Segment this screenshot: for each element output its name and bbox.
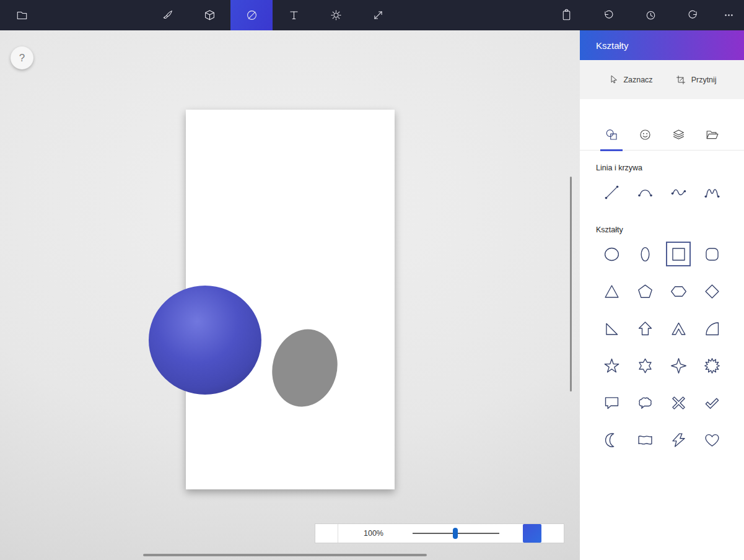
thought-bubble-icon [636, 394, 654, 412]
cursor-icon [607, 74, 618, 85]
shape-star-burst[interactable] [699, 353, 724, 378]
lightning-icon [670, 431, 688, 449]
diamond-icon [703, 282, 721, 300]
horizontal-scrollbar[interactable] [143, 554, 427, 556]
stickers-tab[interactable] [628, 118, 662, 151]
panel-title: Kształty [596, 40, 629, 51]
shapes-icon [245, 9, 258, 22]
3d-shapes-tool-button[interactable] [188, 0, 230, 30]
undo-icon [602, 9, 615, 22]
canvas-tool-button[interactable] [357, 0, 399, 30]
chevron-up-icon [670, 320, 688, 338]
shape-wave[interactable] [666, 180, 691, 204]
folder-icon [15, 9, 28, 22]
paste-tool-button[interactable] [545, 0, 587, 30]
shape-double-wave[interactable] [699, 180, 724, 204]
star-burst-icon [703, 357, 721, 375]
shape-pentagon[interactable] [632, 279, 657, 304]
shape-banner[interactable] [632, 427, 657, 452]
panel-header: Kształty [580, 30, 744, 60]
browse-tab[interactable] [695, 118, 729, 151]
shape-arrow-up[interactable] [632, 316, 657, 341]
vertical-scrollbar[interactable] [570, 177, 572, 392]
speech-bubble-icon [603, 394, 621, 412]
2d-shapes-tool-button[interactable] [230, 0, 273, 30]
paint3d-app: ? 100% K [0, 0, 744, 560]
shape-cross[interactable] [666, 390, 691, 415]
shape-curve[interactable] [632, 180, 657, 204]
text-tool-button[interactable] [273, 0, 315, 30]
panel-body: Linia i krzywa Kształty [580, 164, 744, 452]
arrow-up-icon [636, 320, 654, 338]
shape-rounded-square[interactable] [699, 242, 724, 266]
star-6-icon [636, 357, 654, 375]
topbar-right-tools [545, 0, 744, 30]
shape-triangle[interactable] [599, 279, 624, 304]
cross-icon [670, 394, 688, 412]
redo-tool-button[interactable] [672, 0, 714, 30]
textures-tab[interactable] [662, 118, 695, 151]
fit-to-view-button[interactable] [315, 524, 338, 543]
tab-textures-icon [672, 128, 686, 142]
canvas-workspace: ? 100% [0, 30, 580, 560]
shape-right-triangle[interactable] [599, 316, 624, 341]
shape-heart[interactable] [699, 427, 724, 452]
shape-hexagon[interactable] [666, 279, 691, 304]
brushes-tool-button[interactable] [146, 0, 188, 30]
brush-icon [161, 9, 174, 22]
history-icon [644, 9, 657, 22]
draw-mode-button[interactable] [523, 524, 541, 543]
tab-folder-icon [705, 128, 719, 142]
line-icon [603, 183, 621, 201]
shape-quarter-circle[interactable] [699, 316, 724, 341]
shape-star-6[interactable] [632, 353, 657, 378]
redo-icon [686, 9, 699, 22]
shape-square[interactable] [666, 242, 691, 266]
zoom-slider[interactable] [413, 528, 499, 539]
triangle-icon [603, 282, 621, 300]
shapes-tab[interactable] [595, 118, 628, 151]
shape-speech-bubble[interactable] [599, 390, 624, 415]
oval-icon [636, 245, 654, 263]
select-label: Zaznacz [623, 76, 652, 84]
zoom-slider-thumb[interactable] [453, 528, 458, 539]
heart-icon [703, 431, 721, 449]
crescent-icon [603, 431, 621, 449]
shape-oval[interactable] [632, 242, 657, 266]
rounded-square-icon [703, 245, 721, 263]
shape-grid-0 [599, 180, 744, 204]
crop-label: Przytnij [691, 76, 717, 84]
topbar-left-tools [1, 0, 43, 30]
right-triangle-icon [603, 320, 621, 338]
shape-star-4[interactable] [666, 353, 691, 378]
effects-tool-button[interactable] [315, 0, 357, 30]
shape-crescent[interactable] [599, 427, 624, 452]
panel-actions: ZaznaczPrzytnij [580, 60, 744, 99]
undo-tool-button[interactable] [587, 0, 629, 30]
view-mode-button[interactable] [543, 524, 560, 543]
shape-checkmark[interactable] [699, 390, 724, 415]
shape-thought-bubble[interactable] [632, 390, 657, 415]
history-tool-button[interactable] [629, 0, 672, 30]
checkmark-icon [703, 394, 721, 412]
sphere-3d-object[interactable] [149, 286, 261, 395]
shape-diamond[interactable] [699, 279, 724, 304]
section-shapes: Kształty [596, 225, 744, 452]
help-button[interactable]: ? [11, 46, 33, 69]
square-icon [670, 245, 688, 263]
shape-lightning[interactable] [666, 427, 691, 452]
shape-circle[interactable] [599, 242, 624, 266]
shape-line[interactable] [599, 180, 624, 204]
double-wave-icon [703, 183, 721, 201]
quarter-circle-icon [703, 320, 721, 338]
shape-chevron-up[interactable] [666, 316, 691, 341]
section-lines-label: Linia i krzywa [596, 164, 744, 172]
menu-tool-button[interactable] [1, 0, 43, 30]
more-tool-button[interactable] [714, 0, 744, 30]
shape-star-5[interactable] [599, 353, 624, 378]
shapes-panel: Kształty ZaznaczPrzytnij Linia i krzywa … [580, 30, 744, 560]
tab-stickers-icon [638, 128, 652, 142]
topbar-center-tools [146, 0, 399, 30]
crop-button[interactable]: Przytnij [675, 74, 717, 85]
select-button[interactable]: Zaznacz [607, 74, 652, 85]
